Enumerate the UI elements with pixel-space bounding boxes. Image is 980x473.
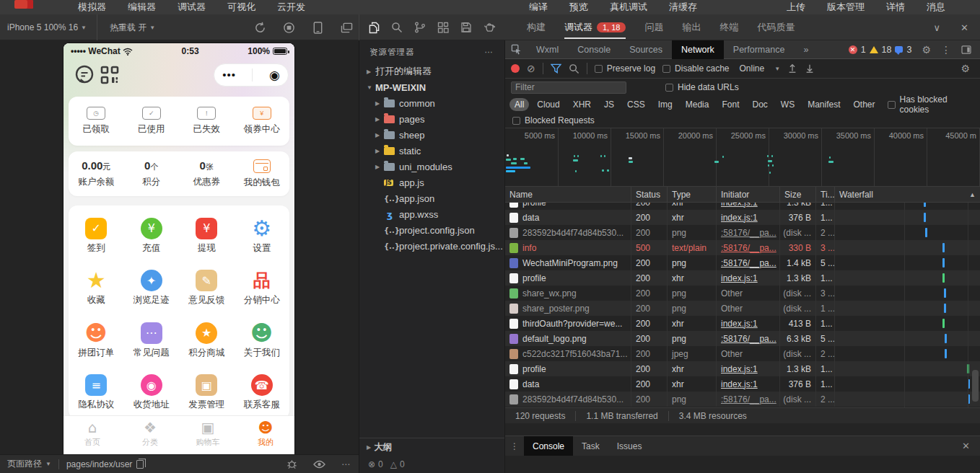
close-panel-icon[interactable]: ✕	[961, 22, 968, 33]
table-row[interactable]: share_poster.png200pngOther(disk ...1 ..…	[505, 301, 980, 316]
type-filter-Img[interactable]: Img	[653, 98, 678, 111]
grid-item-关于我们[interactable]: ☻关于我们	[235, 314, 290, 366]
windows-icon[interactable]	[338, 19, 355, 36]
throttling-select[interactable]: Online ▼	[736, 63, 780, 74]
tree-item-project.config.json[interactable]: {..}project.config.json	[359, 222, 504, 238]
grid-item-隐私协议[interactable]: ≡隐私协议	[69, 367, 124, 419]
bug-icon[interactable]	[286, 459, 297, 469]
phone-icon[interactable]	[309, 19, 326, 36]
has-blocked-cookies-checkbox[interactable]: Has blocked cookies	[888, 94, 976, 115]
hot-reload-toggle[interactable]: 热重载 开 ▼	[110, 14, 155, 40]
menu-item-编译[interactable]: 编译	[529, 1, 548, 14]
table-row[interactable]: share_wx.png200pngOther(disk ...3 ...	[505, 286, 980, 301]
grid-item-提现[interactable]: ¥提现	[179, 210, 235, 262]
type-filter-JS[interactable]: JS	[599, 98, 619, 111]
copy-path-icon[interactable]	[136, 460, 144, 469]
coupon-item-已使用[interactable]: ✓已使用	[124, 97, 180, 146]
refresh-icon[interactable]	[251, 19, 268, 36]
grid-item-分销中心[interactable]: 品分销中心	[235, 262, 290, 314]
tree-item-pages[interactable]: ▶pages	[359, 111, 504, 127]
type-filter-Manifest[interactable]: Manifest	[802, 98, 845, 111]
workbench-tab-输出[interactable]: 输出	[682, 21, 701, 34]
tabbar-item-购物车[interactable]: ▣购物车	[179, 416, 237, 454]
menu-item-预览[interactable]: 预览	[569, 1, 588, 14]
inspect-element-icon[interactable]	[511, 44, 522, 55]
disable-cache-checkbox[interactable]: Disable cache	[662, 63, 729, 74]
initiator-link[interactable]: index.js:1	[721, 203, 758, 208]
type-filter-Doc[interactable]: Doc	[747, 98, 772, 111]
table-row[interactable]: 283592b4d4f74d84b530...200png:58176/__pa…	[505, 225, 980, 240]
initiator-link[interactable]: index.js:1	[721, 213, 758, 223]
menu-item-详情[interactable]: 详情	[886, 1, 905, 14]
coupon-item-已领取[interactable]: ◷已领取	[69, 97, 124, 146]
type-filter-Font[interactable]: Font	[717, 98, 744, 111]
chat-bubble-icon[interactable]	[74, 64, 95, 86]
initiator-link[interactable]: :58176/__pa...	[721, 243, 776, 253]
blocked-requests-checkbox[interactable]: Blocked Requests	[512, 115, 595, 125]
coupon-item-领券中心[interactable]: ¥领券中心	[235, 97, 290, 146]
column-header-Ti...[interactable]: Ti...	[816, 187, 835, 203]
tree-open-editors[interactable]: ▶打开的编辑器	[359, 63, 504, 79]
files-icon[interactable]	[365, 19, 382, 36]
menu-item-消息[interactable]: 消息	[927, 1, 945, 14]
type-filter-Other[interactable]: Other	[849, 98, 880, 111]
message-count[interactable]: 3	[906, 45, 911, 55]
table-row[interactable]: profile200xhrindex.js:11.3 kB1...	[505, 270, 980, 286]
save-icon[interactable]	[458, 19, 475, 36]
type-filter-XHR[interactable]: XHR	[568, 98, 596, 111]
device-selector[interactable]: iPhone 5 100% 16 ▼	[7, 14, 97, 40]
search-network-icon[interactable]	[569, 63, 579, 74]
devtools-tab-Console[interactable]: Console	[568, 40, 620, 59]
tabbar-item-我的[interactable]: ☻我的	[237, 416, 294, 454]
grid-item-积分商城[interactable]: ★积分商城	[179, 314, 235, 366]
problems-summary[interactable]: ⊗ 0 △ 0	[359, 456, 504, 473]
grid-item-常见问题[interactable]: ⋯常见问题	[124, 314, 180, 366]
dock-side-icon[interactable]	[961, 45, 971, 54]
eye-icon[interactable]	[313, 460, 325, 469]
initiator-link[interactable]: :58176/__pa...	[721, 394, 776, 405]
capsule-more-icon[interactable]: •••	[222, 71, 236, 79]
collapse-panel-icon[interactable]: ∨	[934, 22, 941, 33]
tree-item-app.json[interactable]: {..}app.json	[359, 190, 504, 206]
devtools-tab-Wxml[interactable]: Wxml	[527, 40, 568, 59]
settings-gear-icon[interactable]: ⚙	[922, 44, 931, 56]
column-header-Name[interactable]: Name	[505, 187, 631, 203]
table-row[interactable]: data200xhrindex.js:1376 B1...	[505, 376, 980, 392]
wallet-item-积分[interactable]: 0个积分	[124, 151, 180, 196]
table-row[interactable]: info500text/plain:58176/__pa...330 B3 ..…	[505, 240, 980, 255]
outline-section[interactable]: ▶ 大纲	[359, 438, 504, 456]
drawer-kebab-icon[interactable]: ⋮	[505, 441, 524, 451]
menu-item-编辑器[interactable]: 编辑器	[128, 1, 156, 14]
page-path-selector[interactable]: 页面路径 ▼	[7, 458, 51, 470]
filter-funnel-icon[interactable]	[551, 63, 561, 74]
wallet-item-账户余额[interactable]: 0.00元账户余额	[69, 151, 124, 196]
table-row[interactable]: profile200xhrindex.js:11.3 kB1...	[505, 203, 980, 210]
menu-item-云开发[interactable]: 云开发	[277, 1, 305, 14]
workbench-tab-构建[interactable]: 构建	[527, 21, 546, 34]
sort-ascending-icon[interactable]: ▲	[969, 191, 976, 198]
error-count[interactable]: 1	[861, 45, 866, 55]
grid-item-收藏[interactable]: ★收藏	[69, 262, 124, 314]
drawer-tab-Console[interactable]: Console	[524, 436, 573, 456]
grid-item-意见反馈[interactable]: ✎意见反馈	[179, 262, 235, 314]
tree-item-common[interactable]: ▶common	[359, 95, 504, 111]
workbench-tab-代码质量[interactable]: 代码质量	[757, 21, 795, 34]
initiator-link[interactable]: index.js:1	[721, 364, 758, 374]
network-overview-timeline[interactable]: 5000 ms10000 ms15000 ms20000 ms25000 ms3…	[505, 128, 980, 187]
filter-input[interactable]	[511, 81, 626, 94]
menu-item-上传[interactable]: 上传	[787, 1, 805, 14]
export-har-icon[interactable]	[805, 63, 815, 74]
grid-item-设置[interactable]: ⚙设置	[235, 210, 290, 262]
clear-network-icon[interactable]: ⊘	[527, 63, 535, 74]
column-header-Size[interactable]: Size	[780, 187, 816, 203]
record-icon[interactable]	[280, 19, 297, 36]
tabbar-item-分类[interactable]: ❖分类	[121, 416, 179, 454]
type-filter-WS[interactable]: WS	[776, 98, 800, 111]
type-filter-Media[interactable]: Media	[681, 98, 714, 111]
drawer-tab-Task[interactable]: Task	[573, 436, 608, 456]
git-branch-icon[interactable]	[411, 19, 429, 36]
type-filter-Cloud[interactable]: Cloud	[532, 98, 564, 111]
grid-item-签到[interactable]: ✓签到	[69, 210, 124, 262]
preserve-log-checkbox[interactable]: Preserve log	[595, 63, 655, 74]
explorer-more-icon[interactable]: ⋯	[485, 47, 495, 57]
